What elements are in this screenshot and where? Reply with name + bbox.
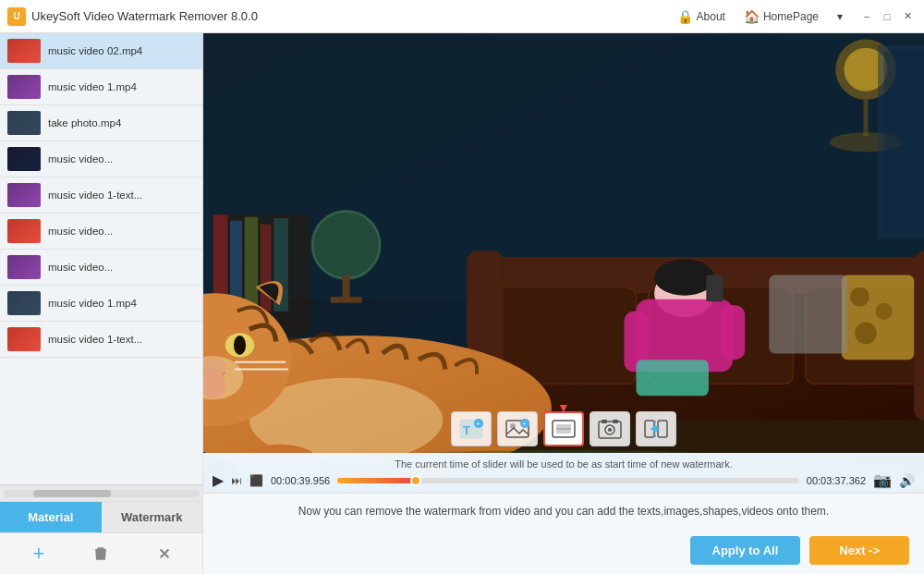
titlebar-nav: 🔒 About 🏠 HomePage ▾: [670, 6, 850, 28]
thumbnail: [7, 183, 41, 207]
thumbnail: [7, 39, 41, 63]
svg-text:+: +: [522, 420, 527, 428]
video-container: T + +: [203, 33, 924, 493]
thumbnail: [7, 291, 41, 315]
close-button[interactable]: ✕: [898, 7, 917, 26]
split-icon: [643, 416, 669, 442]
text-watermark-icon: T +: [458, 416, 484, 442]
apply-all-button[interactable]: Apply to All: [690, 536, 801, 565]
bottom-actions: Apply to All Next ->: [203, 529, 924, 574]
progress-bar[interactable]: [337, 478, 799, 483]
list-item[interactable]: music video...: [0, 141, 202, 177]
next-button[interactable]: Next ->: [809, 536, 909, 565]
selected-tool-button[interactable]: ▼: [543, 411, 584, 446]
step-forward-button[interactable]: ⏭: [231, 474, 242, 487]
svg-rect-71: [613, 420, 618, 423]
play-button[interactable]: ▶: [213, 471, 224, 489]
camera-button[interactable]: 📷: [873, 471, 892, 489]
content-area: T + +: [203, 33, 924, 574]
dropdown-button[interactable]: ▾: [830, 6, 850, 27]
thumbnail: [7, 219, 41, 243]
horizontal-scrollbar[interactable]: [0, 484, 202, 501]
chevron-down-icon: ▾: [837, 10, 843, 23]
thumbnail: [7, 75, 41, 99]
info-text: Now you can remove the watermark from vi…: [298, 505, 829, 518]
thumbnail: [7, 255, 41, 279]
svg-point-29: [850, 287, 869, 307]
svg-rect-5: [863, 100, 868, 136]
thumbnail: [7, 327, 41, 351]
video-toolbar: T + +: [451, 411, 676, 446]
svg-rect-32: [769, 275, 847, 354]
svg-rect-36: [721, 305, 745, 360]
list-item[interactable]: music video 1-text...: [0, 177, 202, 214]
about-button[interactable]: 🔒 About: [670, 6, 733, 28]
tab-material[interactable]: Material: [0, 502, 102, 532]
selection-indicator: ▼: [557, 400, 570, 415]
progress-thumb: [410, 475, 421, 486]
volume-button[interactable]: 🔊: [899, 473, 915, 488]
svg-rect-70: [602, 420, 607, 423]
list-item[interactable]: music video 1-text...: [0, 322, 202, 358]
svg-point-46: [234, 336, 246, 355]
svg-point-30: [875, 303, 892, 320]
step-end-button[interactable]: ⬛: [249, 474, 263, 487]
list-item[interactable]: take photo.mp4: [0, 105, 202, 141]
thumbnail: [7, 147, 41, 171]
app-logo: U: [7, 7, 26, 26]
add-image-button[interactable]: +: [497, 411, 538, 446]
svg-rect-8: [884, 52, 924, 233]
trash-icon: [91, 544, 110, 563]
list-item[interactable]: music video...: [0, 250, 202, 286]
list-item[interactable]: music video...: [0, 214, 202, 250]
add-image-icon: +: [505, 416, 530, 442]
maximize-button[interactable]: □: [878, 7, 896, 26]
home-icon: 🏠: [744, 9, 760, 24]
progress-fill: [337, 478, 416, 483]
list-item[interactable]: music video 02.mp4: [0, 33, 202, 69]
delete-button[interactable]: [88, 541, 114, 567]
time-current: 00:00:39.956: [271, 475, 330, 486]
svg-point-31: [855, 323, 877, 345]
sidebar: music video 02.mp4 music video 1.mp4 tak…: [0, 33, 203, 574]
main-area: music video 02.mp4 music video 1.mp4 tak…: [0, 33, 924, 574]
svg-rect-11: [343, 275, 350, 299]
selected-tool-icon: [551, 416, 577, 442]
lock-icon: 🔒: [677, 9, 693, 24]
svg-point-73: [608, 428, 612, 432]
file-list[interactable]: music video 02.mp4 music video 1.mp4 tak…: [0, 33, 202, 484]
playback-controls: ▶ ⏭ ⬛ 00:00:39.956 00:03:37.362 📷 🔊: [213, 471, 915, 489]
window-controls: − □ ✕: [857, 7, 917, 26]
svg-rect-39: [636, 360, 708, 396]
thumbnail: [7, 111, 41, 135]
svg-rect-17: [261, 225, 272, 311]
list-item[interactable]: music video 1.mp4: [0, 69, 202, 105]
svg-rect-12: [331, 297, 362, 303]
svg-text:+: +: [476, 420, 480, 428]
add-text-button[interactable]: T +: [451, 411, 492, 446]
app-title: UkeySoft Video Watermark Remover 8.0.0: [31, 9, 670, 23]
list-item[interactable]: music video 1.mp4: [0, 286, 202, 322]
tab-bar: Material Watermark: [0, 501, 202, 532]
split-button[interactable]: [636, 411, 676, 446]
tab-watermark[interactable]: Watermark: [102, 502, 203, 532]
svg-point-37: [654, 260, 714, 296]
sidebar-actions: + ✕: [0, 532, 202, 574]
screenshot-button[interactable]: [590, 411, 630, 446]
svg-rect-16: [245, 217, 258, 311]
time-end: 00:03:37.362: [807, 475, 866, 486]
info-bar: Now you can remove the watermark from vi…: [203, 493, 924, 529]
minimize-button[interactable]: −: [857, 7, 876, 26]
add-button[interactable]: +: [26, 541, 52, 567]
svg-text:T: T: [463, 423, 470, 437]
svg-rect-38: [706, 275, 723, 302]
homepage-button[interactable]: 🏠 HomePage: [736, 6, 826, 28]
remove-button[interactable]: ✕: [151, 541, 176, 567]
svg-marker-77: [650, 425, 655, 433]
hint-text: The current time of slider will be used …: [213, 457, 915, 471]
svg-rect-28: [842, 275, 914, 360]
svg-rect-26: [914, 250, 924, 420]
screenshot-icon: [597, 416, 623, 442]
titlebar: U UkeySoft Video Watermark Remover 8.0.0…: [0, 0, 924, 33]
video-controls: The current time of slider will be used …: [203, 453, 924, 493]
